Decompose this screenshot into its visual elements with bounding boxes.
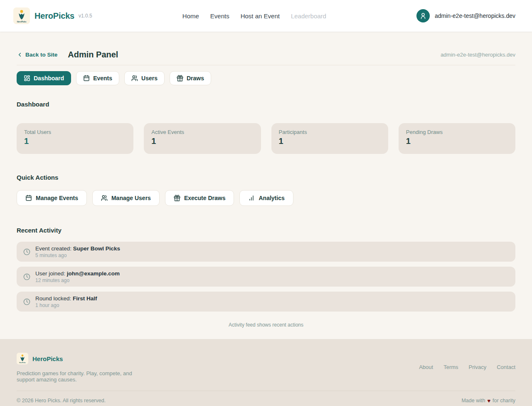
activity-list: Event created: Super Bowl Picks 5 minute… [17, 242, 515, 312]
activity-time: 5 minutes ago [35, 253, 120, 258]
svg-text:HeroPicks: HeroPicks [17, 21, 27, 23]
footer-bottom: © 2026 Hero Picks. All rights reserved. … [17, 391, 515, 404]
gift-icon [174, 195, 180, 201]
user-email: admin-e2e-test@heropicks.dev [435, 12, 515, 19]
activity-highlight: john@example.com [67, 270, 120, 277]
nav-leaderboard[interactable]: Leaderboard [291, 12, 326, 20]
clock-icon [23, 248, 30, 255]
quick-actions-heading: Quick Actions [17, 174, 515, 181]
stat-card-pending-draws: Pending Draws 1 [399, 123, 515, 154]
svg-text:HeroPicks: HeroPicks [19, 362, 26, 364]
calendar-icon [83, 75, 90, 82]
dashboard-heading: Dashboard [17, 101, 515, 108]
activity-text: Event created: Super Bowl Picks [35, 245, 120, 252]
main-nav: Home Events Host an Event Leaderboard [182, 12, 326, 20]
chevron-left-icon [17, 52, 23, 58]
calendar-icon [25, 195, 32, 201]
user-avatar[interactable] [416, 9, 430, 22]
copyright-text: © 2026 Hero Picks. All rights reserved. [17, 398, 106, 404]
stat-label: Pending Draws [406, 129, 508, 135]
brand-logo[interactable]: HeroPicks HeroPicks v1.0.5 [13, 7, 92, 24]
activity-caption: Activity feed shows recent actions [17, 322, 515, 328]
footer-top: HeroPicks HeroPicks Prediction games for… [17, 353, 515, 383]
back-to-site-link[interactable]: Back to Site [17, 52, 57, 58]
stats-grid: Total Users 1 Active Events 1 Participan… [17, 123, 515, 154]
stat-value: 1 [279, 136, 381, 146]
user-icon [419, 12, 427, 20]
app-header: HeroPicks HeroPicks v1.0.5 Home Events H… [0, 0, 532, 32]
site-footer: HeroPicks HeroPicks Prediction games for… [0, 339, 532, 406]
gift-icon [177, 75, 183, 82]
heart-icon: ♥ [487, 398, 490, 404]
footer-brand-name: HeroPicks [32, 355, 63, 362]
admin-email: admin-e2e-test@heropicks.dev [441, 52, 515, 58]
activity-highlight: First Half [73, 295, 97, 302]
made-with-text: Made with ♥ for charity [461, 398, 515, 404]
admin-tabs: Dashboard Events Users Draws [17, 71, 515, 85]
heropicks-logo-icon: HeroPicks [13, 7, 30, 24]
activity-content: Event created: Super Bowl Picks 5 minute… [35, 245, 120, 258]
quick-actions-row: Manage Events Manage Users Execute Draws… [17, 190, 515, 206]
activity-item: Event created: Super Bowl Picks 5 minute… [17, 242, 515, 262]
tab-events[interactable]: Events [76, 71, 119, 85]
manage-users-button[interactable]: Manage Users [92, 190, 160, 206]
heropicks-logo-icon: HeroPicks [17, 353, 28, 364]
nav-events[interactable]: Events [210, 12, 229, 20]
tab-dashboard[interactable]: Dashboard [17, 71, 71, 85]
manage-events-button[interactable]: Manage Events [17, 190, 87, 206]
page-title: Admin Panel [68, 50, 118, 59]
dashboard-grid-icon [24, 75, 30, 82]
stat-card-participants: Participants 1 [271, 123, 388, 154]
footer-link-about[interactable]: About [419, 364, 433, 383]
version-label: v1.0.5 [79, 13, 92, 19]
footer-link-contact[interactable]: Contact [497, 364, 515, 383]
brand-name: HeroPicks [34, 11, 74, 21]
activity-text: Round locked: First Half [35, 295, 97, 302]
stat-label: Participants [279, 129, 381, 135]
nav-host-an-event[interactable]: Host an Event [241, 12, 280, 20]
footer-tagline: Prediction games for charity. Play, comp… [17, 370, 135, 383]
activity-content: User joined: john@example.com 12 minutes… [35, 270, 120, 283]
stat-card-active-events: Active Events 1 [144, 123, 261, 154]
activity-time: 12 minutes ago [35, 277, 120, 283]
users-icon [131, 75, 138, 82]
user-chip: admin-e2e-test@heropicks.dev [416, 9, 515, 22]
bar-chart-icon [248, 195, 255, 201]
users-icon [101, 195, 108, 201]
activity-time: 1 hour ago [35, 302, 97, 308]
activity-text: User joined: john@example.com [35, 270, 120, 277]
clock-icon [23, 273, 30, 280]
analytics-button[interactable]: Analytics [239, 190, 293, 206]
recent-activity-heading: Recent Activity [17, 227, 515, 234]
footer-left: HeroPicks HeroPicks Prediction games for… [17, 353, 135, 383]
footer-brand[interactable]: HeroPicks HeroPicks [17, 353, 135, 364]
tab-users[interactable]: Users [124, 71, 165, 85]
stat-label: Active Events [151, 129, 253, 135]
stat-label: Total Users [24, 129, 126, 135]
admin-bar-divider [17, 65, 515, 65]
activity-item: User joined: john@example.com 12 minutes… [17, 267, 515, 287]
footer-links: About Terms Privacy Contact [419, 364, 515, 383]
activity-highlight: Super Bowl Picks [73, 245, 120, 252]
footer-link-privacy[interactable]: Privacy [469, 364, 487, 383]
activity-content: Round locked: First Half 1 hour ago [35, 295, 97, 308]
stat-value: 1 [151, 136, 253, 146]
stat-value: 1 [406, 136, 508, 146]
nav-home[interactable]: Home [182, 12, 199, 20]
tab-draws[interactable]: Draws [170, 71, 211, 85]
admin-main: Back to Site Admin Panel admin-e2e-test@… [0, 32, 532, 339]
footer-link-terms[interactable]: Terms [443, 364, 458, 383]
stat-card-total-users: Total Users 1 [17, 123, 133, 154]
execute-draws-button[interactable]: Execute Draws [165, 190, 234, 206]
admin-bar: Back to Site Admin Panel admin-e2e-test@… [17, 50, 515, 59]
clock-icon [23, 298, 30, 305]
stat-value: 1 [24, 136, 126, 146]
activity-item: Round locked: First Half 1 hour ago [17, 292, 515, 312]
